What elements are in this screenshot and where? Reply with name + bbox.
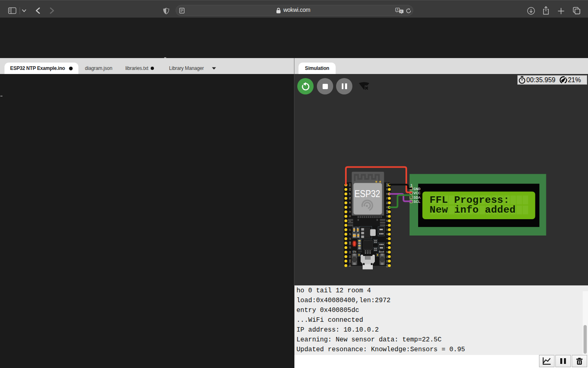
svg-text:GND: GND bbox=[349, 241, 351, 245]
svg-text:27: 27 bbox=[349, 229, 351, 231]
svg-text:16: 16 bbox=[386, 233, 388, 236]
svg-text:D0: D0 bbox=[386, 260, 388, 262]
svg-text:21: 21 bbox=[386, 206, 388, 209]
svg-text:15: 15 bbox=[386, 251, 388, 254]
svg-text:ESP32: ESP32 bbox=[354, 188, 380, 199]
svg-text:D3: D3 bbox=[349, 255, 351, 258]
svg-text:TX: TX bbox=[386, 197, 388, 200]
svg-text:GND: GND bbox=[386, 183, 388, 187]
svg-text:SCL: SCL bbox=[414, 200, 421, 204]
svg-text:x: x bbox=[400, 10, 402, 13]
svg-text:VCC: VCC bbox=[414, 191, 421, 195]
svg-text:5V: 5V bbox=[349, 265, 351, 267]
svg-text:SDA: SDA bbox=[414, 195, 421, 200]
svg-text:GND: GND bbox=[414, 187, 421, 191]
svg-text:13: 13 bbox=[349, 247, 351, 249]
svg-text:EN: EN bbox=[353, 250, 356, 253]
svg-text:12: 12 bbox=[349, 238, 351, 240]
svg-text:A: A bbox=[396, 8, 399, 11]
svg-text:New info added: New info added bbox=[430, 204, 516, 215]
svg-text:FFL Progress:: FFL Progress: bbox=[430, 195, 510, 206]
svg-text:VP: VP bbox=[349, 193, 351, 195]
svg-text:EN: EN bbox=[349, 188, 351, 191]
svg-text:32: 32 bbox=[349, 211, 351, 213]
svg-text:1: 1 bbox=[410, 183, 413, 188]
svg-text:18: 18 bbox=[386, 220, 388, 222]
svg-text:Boot: Boot bbox=[379, 250, 385, 253]
svg-text:VN: VN bbox=[349, 197, 351, 200]
svg-text:GND: GND bbox=[386, 209, 388, 214]
svg-text:19: 19 bbox=[386, 215, 388, 218]
svg-text:22: 22 bbox=[386, 193, 388, 195]
svg-text:17: 17 bbox=[386, 229, 388, 231]
svg-text:3V3: 3V3 bbox=[349, 183, 351, 187]
svg-text:CLK: CLK bbox=[386, 264, 388, 267]
svg-text:23: 23 bbox=[386, 188, 388, 191]
svg-text:14: 14 bbox=[349, 233, 351, 236]
svg-text:35: 35 bbox=[349, 206, 351, 209]
svg-text:CMD: CMD bbox=[349, 259, 351, 263]
svg-text:34: 34 bbox=[349, 202, 351, 204]
svg-text:33: 33 bbox=[349, 215, 351, 218]
svg-text:D1: D1 bbox=[386, 255, 388, 258]
svg-text:D2: D2 bbox=[349, 251, 351, 253]
svg-text:RX: RX bbox=[386, 202, 388, 204]
